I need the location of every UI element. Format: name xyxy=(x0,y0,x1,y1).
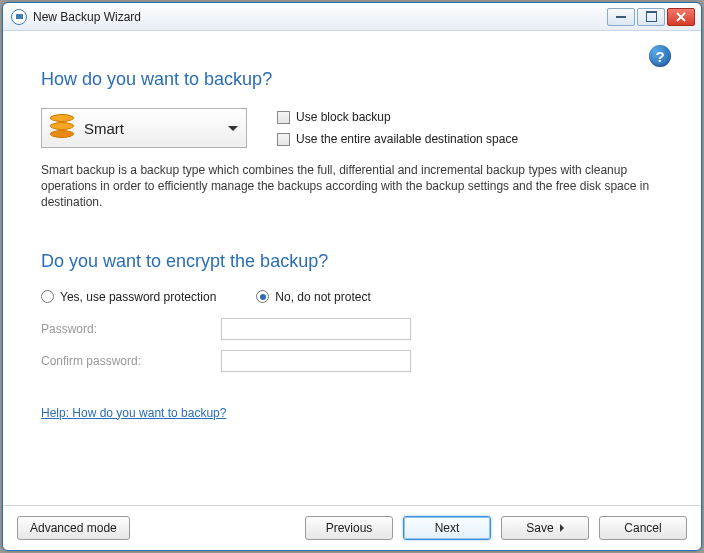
block-backup-option[interactable]: Use block backup xyxy=(277,110,518,124)
cancel-button[interactable]: Cancel xyxy=(599,516,687,540)
use-entire-space-label: Use the entire available destination spa… xyxy=(296,132,518,146)
close-button[interactable] xyxy=(667,8,695,26)
window-controls xyxy=(607,8,695,26)
section-heading-encrypt: Do you want to encrypt the backup? xyxy=(41,251,663,272)
backup-type-row: Smart Use block backup Use the entire av… xyxy=(41,108,663,148)
radio-icon[interactable] xyxy=(41,290,54,303)
titlebar: New Backup Wizard xyxy=(3,3,701,31)
radio-icon[interactable] xyxy=(256,290,269,303)
section-heading-backup-type: How do you want to backup? xyxy=(41,69,663,90)
password-label: Password: xyxy=(41,322,221,336)
content-area: ? How do you want to backup? Smart Use b… xyxy=(3,31,701,505)
use-entire-space-option[interactable]: Use the entire available destination spa… xyxy=(277,132,518,146)
window-title: New Backup Wizard xyxy=(33,10,607,24)
chevron-right-icon xyxy=(560,524,564,532)
previous-button[interactable]: Previous xyxy=(305,516,393,540)
next-button[interactable]: Next xyxy=(403,516,491,540)
encrypt-no-label: No, do not protect xyxy=(275,290,370,304)
chevron-down-icon xyxy=(228,126,238,131)
maximize-button[interactable] xyxy=(637,8,665,26)
confirm-password-label: Confirm password: xyxy=(41,354,221,368)
help-link[interactable]: Help: How do you want to backup? xyxy=(41,406,226,420)
advanced-mode-button[interactable]: Advanced mode xyxy=(17,516,130,540)
help-icon[interactable]: ? xyxy=(649,45,671,67)
app-icon xyxy=(11,9,27,25)
save-button-label: Save xyxy=(526,521,553,535)
password-row: Password: xyxy=(41,318,663,340)
save-button[interactable]: Save xyxy=(501,516,589,540)
encrypt-yes-label: Yes, use password protection xyxy=(60,290,216,304)
encrypt-radio-group: Yes, use password protection No, do not … xyxy=(41,290,663,304)
backup-type-dropdown[interactable]: Smart xyxy=(41,108,247,148)
password-input[interactable] xyxy=(221,318,411,340)
checkbox-icon[interactable] xyxy=(277,111,290,124)
encrypt-yes-option[interactable]: Yes, use password protection xyxy=(41,290,216,304)
block-backup-label: Use block backup xyxy=(296,110,391,124)
wizard-window: New Backup Wizard ? How do you want to b… xyxy=(2,2,702,551)
close-icon xyxy=(676,12,686,22)
backup-type-description: Smart backup is a backup type which comb… xyxy=(41,162,663,211)
backup-options: Use block backup Use the entire availabl… xyxy=(277,110,518,146)
checkbox-icon[interactable] xyxy=(277,133,290,146)
minimize-button[interactable] xyxy=(607,8,635,26)
confirm-password-row: Confirm password: xyxy=(41,350,663,372)
barrel-icon xyxy=(50,114,74,142)
encrypt-no-option[interactable]: No, do not protect xyxy=(256,290,370,304)
confirm-password-input[interactable] xyxy=(221,350,411,372)
footer: Advanced mode Previous Next Save Cancel xyxy=(3,505,701,550)
backup-type-selected: Smart xyxy=(84,120,228,137)
